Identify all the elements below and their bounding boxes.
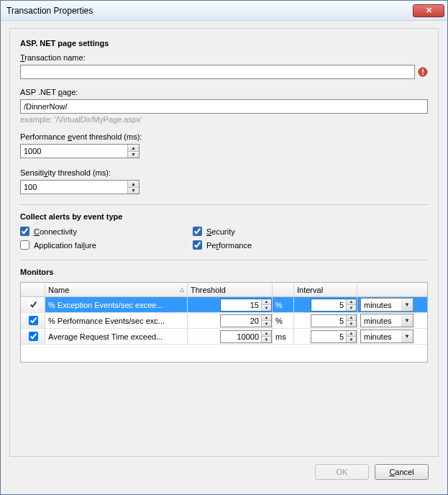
spin-down-icon[interactable]: ▼ <box>347 305 356 311</box>
asp-page-label: ASP .NET page: <box>20 88 428 96</box>
grid-header-check[interactable] <box>21 283 45 296</box>
spin-down-icon[interactable]: ▼ <box>262 321 271 327</box>
perf-threshold-input[interactable] <box>21 145 127 158</box>
row-checkbox[interactable] <box>29 332 38 341</box>
spin-up-icon[interactable]: ▲ <box>262 299 271 306</box>
row-check-cell <box>21 313 45 328</box>
cancel-button[interactable]: Cancel <box>375 464 429 480</box>
alert-row-1: Connectivity Security <box>20 227 428 236</box>
spin-up-icon[interactable]: ▲ <box>128 145 139 152</box>
app-failure-checkbox[interactable] <box>20 240 29 250</box>
threshold-spin-buttons[interactable]: ▲▼ <box>261 315 271 327</box>
error-icon <box>418 67 428 77</box>
spin-up-icon[interactable]: ▲ <box>262 331 271 337</box>
table-row[interactable]: % Performance Events/sec exc...20▲▼%5▲▼m… <box>21 313 427 329</box>
connectivity-checkbox[interactable] <box>20 227 29 236</box>
row-unit-cell: ms <box>273 329 294 344</box>
row-interval-unit-cell: minutes▼ <box>357 329 421 344</box>
threshold-value[interactable]: 15 <box>221 299 261 311</box>
chevron-down-icon[interactable]: ▼ <box>401 299 413 311</box>
spin-up-icon[interactable]: ▲ <box>347 331 356 337</box>
threshold-value[interactable]: 20 <box>221 315 261 327</box>
spin-down-icon[interactable]: ▼ <box>347 321 356 327</box>
spin-down-icon[interactable]: ▼ <box>262 305 271 311</box>
separator <box>20 260 428 260</box>
interval-spin-buttons[interactable]: ▲▼ <box>346 299 356 311</box>
spin-down-icon[interactable]: ▼ <box>262 337 271 342</box>
close-icon: ✕ <box>426 6 432 14</box>
spin-up-icon[interactable]: ▲ <box>347 299 356 306</box>
transaction-name-row <box>20 65 428 79</box>
asp-page-input[interactable] <box>20 99 428 114</box>
perf-threshold-spinner[interactable]: ▲▼ <box>20 144 140 158</box>
chevron-down-icon[interactable]: ▼ <box>401 330 413 342</box>
interval-unit-dropdown[interactable]: minutes▼ <box>360 298 413 312</box>
performance-checkbox[interactable] <box>193 240 202 250</box>
dialog-window: Transaction Properties ✕ ASP. NET page s… <box>0 0 448 495</box>
interval-unit-dropdown[interactable]: minutes▼ <box>360 330 413 343</box>
spin-down-icon[interactable]: ▼ <box>128 188 139 194</box>
section-heading-monitors: Monitors <box>20 268 428 276</box>
interval-unit-dropdown[interactable]: minutes▼ <box>360 314 413 327</box>
window-title: Transaction Properties <box>6 6 413 16</box>
spin-down-icon[interactable]: ▼ <box>347 337 356 342</box>
separator <box>20 204 428 205</box>
threshold-spin-buttons[interactable]: ▲▼ <box>261 331 271 342</box>
transaction-name-input[interactable] <box>20 65 415 79</box>
threshold-spinner[interactable]: 15▲▼ <box>220 299 272 312</box>
close-button[interactable]: ✕ <box>413 4 444 17</box>
grid-header-threshold[interactable]: Threshold <box>188 283 273 296</box>
interval-spinner[interactable]: 5▲▼ <box>311 314 357 327</box>
row-name-cell: % Exception Events/sec excee... <box>45 297 188 312</box>
table-row[interactable]: Average Request Time exceed...10000▲▼ms5… <box>21 329 427 345</box>
table-row[interactable]: % Exception Events/sec excee...15▲▼%5▲▼m… <box>21 297 427 313</box>
spin-up-icon[interactable]: ▲ <box>347 315 356 322</box>
transaction-name-label: Transaction name: <box>20 53 428 62</box>
row-check-cell <box>21 297 45 312</box>
client-area: ASP. NET page settings Transaction name:… <box>1 21 447 494</box>
spin-up-icon[interactable]: ▲ <box>128 181 139 188</box>
sens-threshold-spinner[interactable]: ▲▼ <box>20 180 140 194</box>
interval-unit-label: minutes <box>361 332 401 341</box>
sens-threshold-input[interactable] <box>21 181 127 194</box>
security-checkbox[interactable] <box>193 227 202 236</box>
grid-header-name[interactable]: Name△ <box>45 283 188 296</box>
security-checkbox-label[interactable]: Security <box>193 227 365 236</box>
grid-header-interval[interactable]: Interval <box>294 283 357 296</box>
monitors-grid: Name△ Threshold Interval % Exception Eve… <box>20 282 428 363</box>
connectivity-checkbox-label[interactable]: Connectivity <box>20 227 193 236</box>
performance-checkbox-label[interactable]: Performance <box>193 240 365 250</box>
app-failure-checkbox-label[interactable]: Application failure <box>20 240 193 250</box>
row-name-cell: Average Request Time exceed... <box>45 329 188 344</box>
row-checkbox[interactable] <box>29 316 38 325</box>
section-heading-page-settings: ASP. NET page settings <box>20 39 428 47</box>
interval-spin-buttons[interactable]: ▲▼ <box>346 315 356 327</box>
row-threshold-cell: 20▲▼ <box>188 313 273 328</box>
grid-header: Name△ Threshold Interval <box>21 283 427 297</box>
threshold-spinner[interactable]: 10000▲▼ <box>220 330 272 343</box>
row-checkbox[interactable] <box>29 300 38 309</box>
interval-unit-label: minutes <box>361 301 401 309</box>
interval-spinner[interactable]: 5▲▼ <box>311 299 357 312</box>
inner-panel: ASP. NET page settings Transaction name:… <box>9 28 439 457</box>
ok-button[interactable]: OK <box>315 464 369 480</box>
interval-value[interactable]: 5 <box>311 299 346 311</box>
row-threshold-cell: 10000▲▼ <box>188 329 273 344</box>
perf-threshold-spin-buttons[interactable]: ▲▼ <box>127 145 139 158</box>
interval-value[interactable]: 5 <box>311 315 346 327</box>
threshold-value[interactable]: 10000 <box>221 331 261 342</box>
sens-threshold-spin-buttons[interactable]: ▲▼ <box>127 181 139 194</box>
spin-down-icon[interactable]: ▼ <box>128 152 139 158</box>
chevron-down-icon[interactable]: ▼ <box>401 314 413 327</box>
grid-header-interval-unit[interactable] <box>357 283 421 296</box>
interval-spinner[interactable]: 5▲▼ <box>311 330 357 343</box>
row-name-cell: % Performance Events/sec exc... <box>45 313 188 328</box>
threshold-spinner[interactable]: 20▲▼ <box>220 314 272 327</box>
interval-value[interactable]: 5 <box>311 331 346 342</box>
threshold-spin-buttons[interactable]: ▲▼ <box>261 299 271 311</box>
spin-up-icon[interactable]: ▲ <box>262 315 271 322</box>
asp-page-hint: example: '/VirtualDir/MyPage.aspx' <box>20 115 428 124</box>
interval-spin-buttons[interactable]: ▲▼ <box>346 331 356 342</box>
grid-header-unit[interactable] <box>273 283 294 296</box>
section-heading-alerts: Collect alerts by event type <box>20 212 428 221</box>
